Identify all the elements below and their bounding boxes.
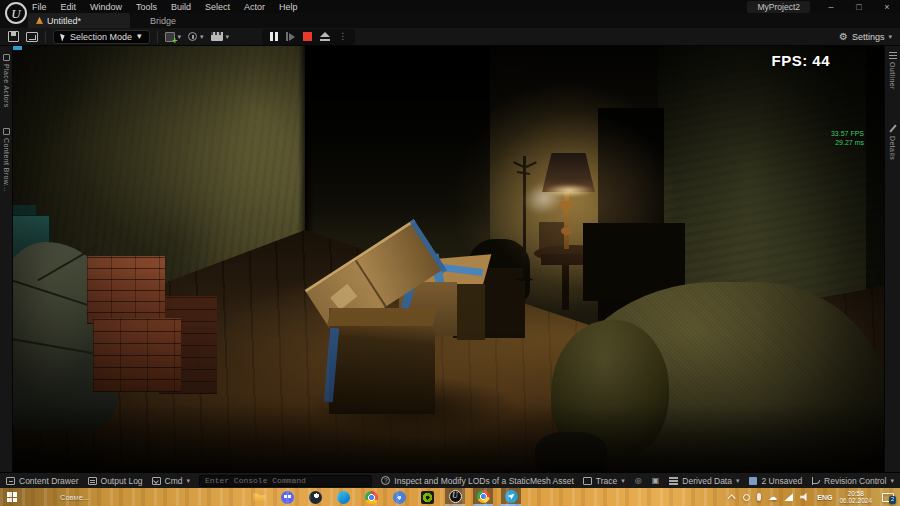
tray-expand-icon[interactable]	[728, 494, 736, 502]
divider	[157, 31, 158, 43]
details-icon	[889, 124, 896, 132]
sidebar-tab-details[interactable]: Details	[885, 124, 900, 160]
gear-icon: ⚙	[839, 32, 848, 42]
network-icon[interactable]	[784, 493, 793, 501]
onedrive-cloud-icon[interactable]: ☁	[768, 493, 777, 502]
cinematics-dropdown[interactable]: ▾	[211, 32, 230, 41]
start-button[interactable]	[0, 488, 24, 506]
play-options-icon[interactable]: ⋮	[338, 32, 347, 41]
revision-control-dropdown[interactable]: Revision Control ▾	[812, 476, 894, 486]
taskbar-app-label[interactable]: Совме...	[60, 493, 89, 502]
pause-button[interactable]	[270, 32, 278, 41]
chevron-down-icon: ▾	[736, 477, 740, 484]
terminal-icon	[152, 477, 161, 485]
project-title: MyProject2	[747, 1, 810, 13]
insights-icon[interactable]: ◎	[635, 477, 642, 485]
menu-build[interactable]: Build	[171, 2, 191, 12]
chevron-down-icon: ▾	[137, 32, 142, 41]
console-command-input[interactable]	[199, 475, 372, 487]
microphone-icon[interactable]	[757, 493, 761, 501]
settings-dropdown[interactable]: ⚙ Settings ▾	[839, 32, 892, 42]
eject-button[interactable]	[320, 32, 330, 41]
output-log-button[interactable]: Output Log	[88, 476, 143, 486]
tab-bar: Untitled* Bridge	[0, 13, 900, 28]
blueprints-dropdown[interactable]: ▾	[188, 32, 204, 41]
left-panel-strip: Place Actors Content Brow...	[0, 46, 13, 472]
taskbar-blue-app[interactable]	[389, 488, 409, 506]
taskbar-discord[interactable]	[277, 488, 297, 506]
branch-icon	[812, 477, 820, 485]
level-icon	[36, 17, 43, 24]
fps-counter: FPS: 44	[771, 52, 830, 69]
outliner-icon	[889, 52, 897, 59]
close-button[interactable]: ×	[880, 2, 894, 12]
notifications-icon[interactable]: 2	[882, 493, 894, 502]
menu-select[interactable]: Select	[205, 2, 230, 12]
status-bar: Content Drawer Output Log Cmd ▾ ? Inspec…	[0, 472, 900, 488]
place-actors-icon	[3, 54, 10, 61]
folder-icon	[253, 492, 266, 503]
right-panel-strip: Outliner Details	[884, 46, 900, 472]
chevron-down-icon: ▾	[226, 33, 230, 40]
unreal-editor-window: U File Edit Window Tools Build Select Ac…	[0, 0, 900, 506]
menu-actor[interactable]: Actor	[244, 2, 265, 12]
tab-untitled-level[interactable]: Untitled*	[28, 13, 130, 28]
scene-lamp	[564, 189, 569, 249]
cmd-dropdown[interactable]: Cmd ▾	[152, 476, 190, 486]
language-indicator[interactable]: ENG	[817, 494, 832, 501]
browse-content-icon[interactable]	[26, 32, 38, 42]
taskbar-nvidia[interactable]	[417, 488, 437, 506]
content-browser-icon	[3, 128, 10, 135]
notification-badge: 2	[889, 496, 896, 504]
taskbar-steam[interactable]	[305, 488, 325, 506]
sidebar-tab-place-actors[interactable]: Place Actors	[0, 54, 12, 108]
scene-dark-box	[329, 308, 435, 414]
taskbar-clock[interactable]: 20:58 06.02.2024	[839, 490, 872, 505]
add-actor-icon	[165, 32, 175, 42]
stat-ms: 29.27 ms	[831, 139, 864, 148]
trace-icon	[583, 477, 592, 485]
minimize-button[interactable]: –	[824, 2, 838, 12]
volume-icon[interactable]	[800, 493, 810, 501]
taskbar-chrome-profile[interactable]	[473, 488, 493, 506]
sidebar-tab-content-browser[interactable]: Content Brow...	[0, 128, 12, 192]
save-status-icon	[749, 477, 757, 485]
menu-window[interactable]: Window	[90, 2, 122, 12]
screenshot-icon[interactable]: ▣	[652, 477, 660, 485]
menu-edit[interactable]: Edit	[61, 2, 77, 12]
chevron-down-icon: ▾	[178, 33, 182, 40]
content-drawer-button[interactable]: Content Drawer	[6, 476, 79, 486]
taskbar-edge[interactable]	[333, 488, 353, 506]
menu-file[interactable]: File	[32, 2, 47, 12]
chevron-down-icon: ▾	[621, 477, 625, 484]
taskbar-file-explorer[interactable]	[249, 488, 269, 506]
unreal-logo-icon[interactable]: U	[5, 2, 27, 24]
cinematics-icon	[211, 32, 223, 41]
level-viewport[interactable]: FPS: 44 33.57 FPS 29.27 ms	[13, 46, 884, 472]
save-icon[interactable]	[8, 31, 19, 42]
menu-help[interactable]: Help	[279, 2, 298, 12]
chevron-down-icon: ▾	[200, 33, 204, 40]
add-actor-dropdown[interactable]: ▾	[165, 32, 182, 42]
chevron-down-icon: ▾	[890, 477, 894, 484]
trace-dropdown[interactable]: Trace ▾	[583, 476, 625, 486]
taskbar-chrome[interactable]	[361, 488, 381, 506]
derived-data-dropdown[interactable]: Derived Data ▾	[669, 476, 739, 486]
tray-app-icon[interactable]	[743, 494, 750, 501]
stop-button[interactable]	[303, 32, 312, 41]
maximize-button[interactable]: □	[852, 2, 866, 12]
chrome-icon	[365, 491, 378, 504]
tab-bridge[interactable]: Bridge	[140, 13, 186, 28]
unreal-icon: U	[449, 490, 462, 503]
edge-icon	[337, 491, 350, 504]
discord-icon	[281, 491, 294, 504]
selection-mode-dropdown[interactable]: Selection Mode ▾	[53, 30, 150, 44]
unsaved-button[interactable]: 2 Unsaved	[749, 476, 802, 486]
taskbar-unreal-engine[interactable]: U	[445, 488, 465, 506]
chevron-down-icon: ▾	[888, 33, 892, 40]
menu-tools[interactable]: Tools	[136, 2, 157, 12]
frame-skip-button[interactable]	[286, 32, 295, 41]
menu-bar: U File Edit Window Tools Build Select Ac…	[0, 0, 900, 13]
taskbar-telegram[interactable]	[501, 488, 521, 506]
sidebar-tab-outliner[interactable]: Outliner	[885, 52, 900, 90]
